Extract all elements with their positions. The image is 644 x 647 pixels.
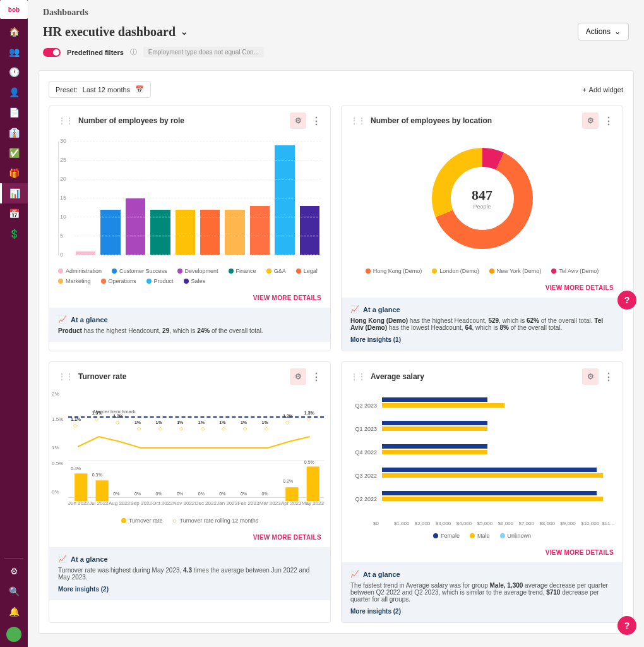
at-a-glance-panel: 📈At a glance Hong Kong (Demo) has the hi… bbox=[342, 298, 623, 351]
widget-average-salary: ⋮⋮ Average salary ⚙ ⋮ Q2 2023Q1 2023Q4 2… bbox=[341, 361, 623, 623]
view-more-link[interactable]: VIEW MORE DETAILS bbox=[342, 281, 623, 298]
nav-analytics-icon[interactable]: 📊 bbox=[0, 183, 28, 203]
nav-search-icon[interactable]: 🔍 bbox=[0, 581, 28, 602]
svg-rect-11 bbox=[307, 466, 319, 501]
legend-item[interactable]: Customer Success bbox=[112, 268, 167, 274]
filter-icon[interactable]: ⚙ bbox=[290, 368, 306, 385]
nav-user-icon[interactable]: 👤 bbox=[0, 82, 28, 102]
at-a-glance-panel: 📈At a glance Turnover rate was highest d… bbox=[49, 547, 330, 600]
app-logo[interactable]: bob bbox=[0, 0, 28, 19]
nav-bell-icon[interactable]: 🔔 bbox=[0, 602, 28, 622]
legend-item[interactable]: Finance bbox=[229, 268, 256, 274]
legend-item[interactable]: G&A bbox=[266, 268, 286, 274]
page-title-text: HR executive dashboard bbox=[43, 25, 176, 39]
donut-label: People bbox=[472, 203, 492, 210]
more-icon[interactable]: ⋮ bbox=[311, 115, 321, 127]
nav-check-icon[interactable]: ✅ bbox=[0, 143, 28, 163]
add-widget-button[interactable]: + Add widget bbox=[582, 86, 623, 94]
nav-home-icon[interactable]: 🏠 bbox=[0, 21, 28, 42]
filter-icon[interactable]: ⚙ bbox=[290, 112, 306, 129]
drag-handle-icon[interactable]: ⋮⋮ bbox=[58, 372, 73, 381]
drag-handle-icon[interactable]: ⋮⋮ bbox=[58, 116, 73, 125]
legend-item[interactable]: Female bbox=[433, 533, 460, 539]
help-button[interactable]: ? bbox=[617, 291, 636, 310]
widget-turnover-rate: ⋮⋮ Turnover rate ⚙ ⋮ 2% 1.5% 1% bbox=[49, 361, 331, 623]
main-content: Dashboards HR executive dashboard ⌄ Acti… bbox=[28, 0, 644, 647]
salary-legend: FemaleMaleUnknown bbox=[342, 526, 623, 545]
filter-icon[interactable]: ⚙ bbox=[582, 368, 599, 385]
legend-item[interactable]: Operations bbox=[101, 278, 136, 284]
chart-icon: 📈 bbox=[350, 305, 359, 313]
legend-item[interactable]: Tel Aviv (Demo) bbox=[551, 268, 599, 274]
glance-text: Hong Kong (Demo) has the highest Headcou… bbox=[350, 317, 614, 331]
glance-title: At a glance bbox=[363, 571, 400, 578]
plus-icon: + bbox=[582, 86, 586, 94]
nav-money-icon[interactable]: 💲 bbox=[0, 224, 28, 244]
salary-row: Q2 2022 bbox=[350, 491, 614, 507]
widget-employees-by-location: ⋮⋮ Number of employees by location ⚙ ⋮ 8… bbox=[341, 106, 623, 351]
nav-org-icon[interactable]: 👔 bbox=[0, 123, 28, 143]
roles-legend: AdministrationCustomer SuccessDevelopmen… bbox=[49, 262, 330, 291]
left-sidebar: bob 🏠 👥 🕐 👤 📄 👔 ✅ 🎁 📊 📅 💲 ⚙ 🔍 🔔 bbox=[0, 0, 28, 647]
chevron-down-icon: ⌄ bbox=[614, 27, 621, 36]
location-donut-chart: 847 People bbox=[432, 148, 533, 249]
nav-settings-icon[interactable]: ⚙ bbox=[0, 561, 28, 581]
roles-bar-chart: 051015202530 bbox=[58, 142, 321, 255]
legend-item[interactable]: London (Demo) bbox=[432, 268, 479, 274]
chevron-down-icon: ⌄ bbox=[181, 27, 188, 37]
nav-calendar-icon[interactable]: 📅 bbox=[0, 203, 28, 224]
user-avatar[interactable] bbox=[6, 627, 21, 642]
legend-item[interactable]: New York (Demo) bbox=[489, 268, 542, 274]
donut-value: 847 bbox=[472, 187, 492, 203]
nav-doc-icon[interactable]: 📄 bbox=[0, 102, 28, 123]
widget-title: Number of employees by location bbox=[371, 116, 492, 125]
view-more-link[interactable]: VIEW MORE DETAILS bbox=[49, 291, 330, 308]
legend-item[interactable]: Administration bbox=[58, 268, 102, 274]
more-icon[interactable]: ⋮ bbox=[311, 371, 321, 383]
view-more-link[interactable]: VIEW MORE DETAILS bbox=[49, 530, 330, 547]
turnover-chart: 2% 1.5% 1% Mercer benchmark 1.1%◇1.3%◇1.… bbox=[49, 391, 330, 511]
filter-icon[interactable]: ⚙ bbox=[582, 112, 599, 129]
glance-title: At a glance bbox=[363, 306, 400, 313]
location-legend: Hong Kong (Demo)London (Demo)New York (D… bbox=[342, 262, 623, 281]
nav-gift-icon[interactable]: 🎁 bbox=[0, 163, 28, 183]
legend-item[interactable]: Unknown bbox=[500, 533, 532, 539]
legend-item[interactable]: Product bbox=[146, 278, 174, 284]
drag-handle-icon[interactable]: ⋮⋮ bbox=[350, 372, 366, 381]
help-button[interactable]: ? bbox=[617, 616, 636, 635]
chart-icon: 📈 bbox=[58, 555, 67, 563]
date-preset-selector[interactable]: Preset: Last 12 months 📅 bbox=[49, 81, 151, 98]
add-widget-label: Add widget bbox=[589, 86, 623, 94]
salary-row: Q3 2022 bbox=[350, 468, 614, 483]
page-title[interactable]: HR executive dashboard ⌄ bbox=[43, 25, 188, 39]
nav-clock-icon[interactable]: 🕐 bbox=[0, 62, 28, 82]
view-more-link[interactable]: VIEW MORE DETAILS bbox=[342, 545, 623, 562]
more-insights-link[interactable]: More insights (1) bbox=[350, 336, 614, 343]
legend-label: Turnover rate bbox=[129, 517, 163, 524]
nav-people-icon[interactable]: 👥 bbox=[0, 42, 28, 62]
calendar-icon: 📅 bbox=[135, 85, 144, 94]
more-icon[interactable]: ⋮ bbox=[604, 371, 614, 383]
more-insights-link[interactable]: More insights (2) bbox=[58, 586, 321, 593]
filter-chip[interactable]: Employment type does not equal Con... bbox=[143, 47, 264, 57]
legend-item[interactable]: Hong Kong (Demo) bbox=[366, 268, 422, 274]
at-a-glance-panel: 📈At a glance The fastest trend in Averag… bbox=[342, 562, 623, 622]
more-icon[interactable]: ⋮ bbox=[604, 115, 614, 127]
predefined-filters-toggle[interactable] bbox=[43, 48, 61, 57]
widget-title: Number of employees by role bbox=[78, 116, 184, 125]
legend-item[interactable]: Marketing bbox=[58, 278, 91, 284]
salary-row: Q2 2023 bbox=[350, 397, 614, 413]
widget-employees-by-role: ⋮⋮ Number of employees by role ⚙ ⋮ 05101… bbox=[49, 106, 331, 351]
info-icon[interactable]: ⓘ bbox=[130, 47, 137, 57]
drag-handle-icon[interactable]: ⋮⋮ bbox=[350, 116, 366, 125]
glance-text: Turnover rate was highest during May 202… bbox=[58, 567, 321, 581]
salary-row: Q1 2023 bbox=[350, 421, 614, 437]
actions-button[interactable]: Actions ⌄ bbox=[578, 23, 629, 40]
salary-bar-chart: Q2 2023Q1 2023Q4 2022Q3 2022Q2 2022 bbox=[342, 391, 623, 521]
at-a-glance-panel: 📈At a glance Product has the highest Hea… bbox=[49, 308, 330, 342]
legend-item[interactable]: Legal bbox=[296, 268, 318, 274]
legend-item[interactable]: Male bbox=[470, 533, 490, 539]
more-insights-link[interactable]: More insights (2) bbox=[350, 608, 614, 615]
legend-item[interactable]: Sales bbox=[184, 278, 206, 284]
legend-item[interactable]: Development bbox=[177, 268, 218, 274]
